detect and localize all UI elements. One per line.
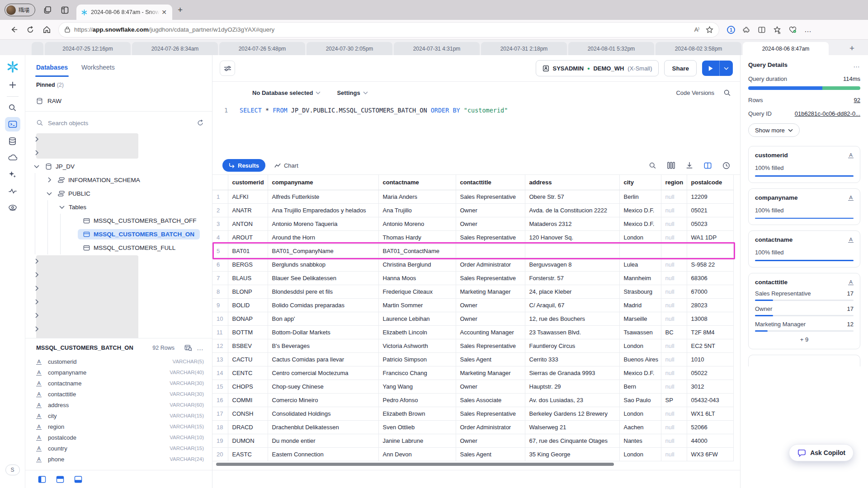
row-number-cell[interactable]: 8 bbox=[212, 285, 228, 298]
table-cell[interactable]: Cactus Comidas para llevar bbox=[268, 352, 378, 366]
table-cell[interactable]: BONAP bbox=[228, 312, 268, 325]
table-cell[interactable]: Bon app' bbox=[268, 312, 378, 325]
table-cell[interactable]: London bbox=[619, 447, 661, 461]
table-row[interactable]: 20EASTCEastern ConnectionAnn DevonSales … bbox=[212, 447, 733, 461]
horizontal-scrollbar[interactable] bbox=[216, 463, 614, 466]
table-cell[interactable]: SP bbox=[661, 393, 687, 407]
tree-item-redacted[interactable] bbox=[25, 254, 212, 268]
table-row[interactable]: 4AROUTAround the HornThomas HardySales R… bbox=[212, 230, 733, 244]
table-cell[interactable]: null bbox=[661, 298, 687, 312]
table-cell[interactable]: Owner bbox=[456, 298, 525, 312]
new-worksheet-tab-button[interactable]: + bbox=[849, 43, 854, 53]
table-cell[interactable]: null bbox=[661, 217, 687, 230]
tab-worksheets[interactable]: Worksheets bbox=[81, 58, 115, 77]
table-cell[interactable]: Marseille bbox=[619, 312, 661, 325]
row-number-cell[interactable]: 11 bbox=[212, 325, 228, 339]
histogram-row[interactable]: Sales Representative17 bbox=[755, 290, 854, 297]
table-cell[interactable]: B's Beverages bbox=[268, 339, 378, 352]
table-cell[interactable]: Sales Representative bbox=[456, 407, 525, 420]
table-cell[interactable]: Owner bbox=[456, 217, 525, 230]
table-cell[interactable]: CHOPS bbox=[228, 380, 268, 393]
table-cell[interactable]: WA1 1DP bbox=[687, 230, 733, 244]
rail-ai-ml-icon[interactable] bbox=[5, 167, 20, 182]
table-cell[interactable]: CONSH bbox=[228, 407, 268, 420]
table-cell[interactable]: COMMI bbox=[228, 393, 268, 407]
chart-tab[interactable]: Chart bbox=[274, 162, 298, 169]
layout-left-panel-icon[interactable] bbox=[38, 476, 46, 483]
table-cell[interactable]: 13008 bbox=[687, 312, 733, 325]
row-number-cell[interactable]: 1 bbox=[212, 190, 228, 203]
table-cell[interactable]: BAT01_CompanyName bbox=[268, 244, 378, 258]
table-row[interactable]: 17CONSHConsolidated HoldingsElizabeth Br… bbox=[212, 407, 733, 420]
table-cell[interactable]: Ann Devon bbox=[378, 447, 456, 461]
table-cell[interactable]: Victoria Ashworth bbox=[378, 339, 456, 352]
table-cell[interactable]: Av. dos Lusiadas, 23 bbox=[525, 393, 619, 407]
new-tab-button[interactable]: + bbox=[178, 5, 183, 15]
table-cell[interactable]: null bbox=[661, 230, 687, 244]
table-cell[interactable]: ANATR bbox=[228, 203, 268, 217]
table-cell[interactable]: Sierras de Granada 9993 bbox=[525, 366, 619, 380]
table-cell[interactable]: Aachen bbox=[619, 420, 661, 434]
table-cell[interactable]: Ana Trujillo Emparedados y helados bbox=[268, 203, 378, 217]
table-cell[interactable]: London bbox=[619, 407, 661, 420]
table-row[interactable]: 9BOLIDBolido Comidas preparadasMartin So… bbox=[212, 298, 733, 312]
row-number-cell[interactable]: 14 bbox=[212, 366, 228, 380]
table-cell[interactable]: Frederique Citeaux bbox=[378, 285, 456, 298]
table-cell[interactable]: Owner bbox=[456, 380, 525, 393]
table-cell[interactable]: null bbox=[661, 190, 687, 203]
table-cell[interactable]: Buenos Aires bbox=[619, 352, 661, 366]
table-row[interactable]: 19DUMONDu monde entierJanine LabruneOwne… bbox=[212, 434, 733, 447]
worksheet-tab[interactable]: 2024-07-26 8:34am bbox=[132, 42, 218, 55]
table-cell[interactable]: 52066 bbox=[687, 420, 733, 434]
code-versions-link[interactable]: Code Versions bbox=[676, 89, 714, 96]
split-panel-icon[interactable] bbox=[704, 162, 712, 169]
table-cell[interactable]: null bbox=[661, 203, 687, 217]
table-row[interactable]: 11BOTTMBottom-Dollar MarketsElizabeth Li… bbox=[212, 325, 733, 339]
table-cell[interactable]: Eastern Connection bbox=[268, 447, 378, 461]
table-header-cell[interactable]: customerid bbox=[228, 175, 268, 190]
table-row[interactable]: 15CHOPSChop-suey ChineseYang WangOwnerHa… bbox=[212, 380, 733, 393]
table-cell[interactable]: Blondesddsl pere et fils bbox=[268, 285, 378, 298]
table-cell[interactable]: null bbox=[661, 271, 687, 285]
worksheet-tab[interactable]: 2024-08-01 5:32pm bbox=[568, 42, 654, 55]
address-bar[interactable]: https://app.snowflake.com/jugdhon/cdata_… bbox=[59, 23, 719, 37]
details-column-row[interactable]: AcityVARCHAR(15) bbox=[36, 410, 204, 421]
browser-tab[interactable]: 2024-08-06 8:47am - Snowfla ✕ bbox=[76, 5, 172, 20]
row-number-cell[interactable]: 16 bbox=[212, 393, 228, 407]
table-row[interactable]: 3ANTONAntonio Moreno TaqueriaAntonio Mor… bbox=[212, 217, 733, 230]
table-row[interactable]: 10BONAPBon app'Laurence LebihanOwner12, … bbox=[212, 312, 733, 325]
table-cell[interactable]: Sales Agent bbox=[456, 352, 525, 366]
row-number-cell[interactable]: 6 bbox=[212, 258, 228, 271]
table-cell[interactable]: Owner bbox=[456, 203, 525, 217]
table-cell[interactable]: Patricio Simpson bbox=[378, 352, 456, 366]
table-cell[interactable]: Bern bbox=[619, 380, 661, 393]
row-number-cell[interactable]: 2 bbox=[212, 203, 228, 217]
row-number-cell[interactable]: 20 bbox=[212, 447, 228, 461]
table-cell[interactable] bbox=[456, 244, 525, 258]
table-header-cell[interactable]: contacttitle bbox=[456, 175, 525, 190]
table-header-cell[interactable]: address bbox=[525, 175, 619, 190]
table-cell[interactable]: Nantes bbox=[619, 434, 661, 447]
worksheet-tab[interactable]: 2024-08-06 8:47am bbox=[743, 42, 829, 55]
table-cell[interactable]: Sales Representative bbox=[456, 339, 525, 352]
table-cell[interactable]: null bbox=[661, 258, 687, 271]
worksheet-options-button[interactable] bbox=[220, 61, 235, 76]
histogram-row[interactable]: Marketing Manager12 bbox=[755, 321, 854, 328]
table-cell[interactable]: Drachenblut Delikatessen bbox=[268, 420, 378, 434]
layout-top-panel-icon[interactable] bbox=[56, 476, 64, 483]
tree-item-snowflake[interactable]: SNOWFLAKE bbox=[25, 336, 212, 338]
worksheet-tab[interactable]: 2024-08-02 3:58pm bbox=[656, 42, 741, 55]
table-row[interactable]: 12BSBEVB's BeveragesVictoria AshworthSal… bbox=[212, 339, 733, 352]
table-cell[interactable]: Obere Str. 57 bbox=[525, 190, 619, 203]
user-avatar[interactable]: S bbox=[5, 465, 20, 475]
editor-search-icon[interactable] bbox=[723, 89, 731, 97]
table-cell[interactable]: Blauer See Delikatessen bbox=[268, 271, 378, 285]
table-cell[interactable]: Berlin bbox=[619, 190, 661, 203]
table-cell[interactable]: ALFKI bbox=[228, 190, 268, 203]
snowflake-logo-icon[interactable] bbox=[5, 60, 20, 74]
query-history-icon[interactable] bbox=[722, 162, 730, 169]
run-options-chevron-icon[interactable] bbox=[720, 67, 733, 70]
table-cell[interactable]: Martin Sommer bbox=[378, 298, 456, 312]
table-cell[interactable]: Marketing Manager bbox=[456, 285, 525, 298]
create-plus-icon[interactable] bbox=[5, 78, 20, 92]
